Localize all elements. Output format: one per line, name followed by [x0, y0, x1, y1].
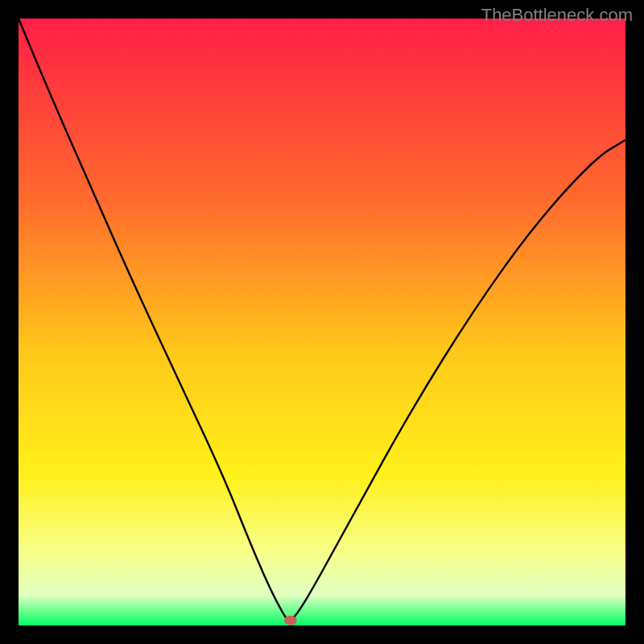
- watermark: TheBottleneck.com: [481, 5, 633, 26]
- chart-plot-area: [19, 19, 625, 625]
- minimum-marker: [284, 616, 297, 625]
- gradient-background: [19, 19, 625, 625]
- chart-svg: [19, 19, 625, 625]
